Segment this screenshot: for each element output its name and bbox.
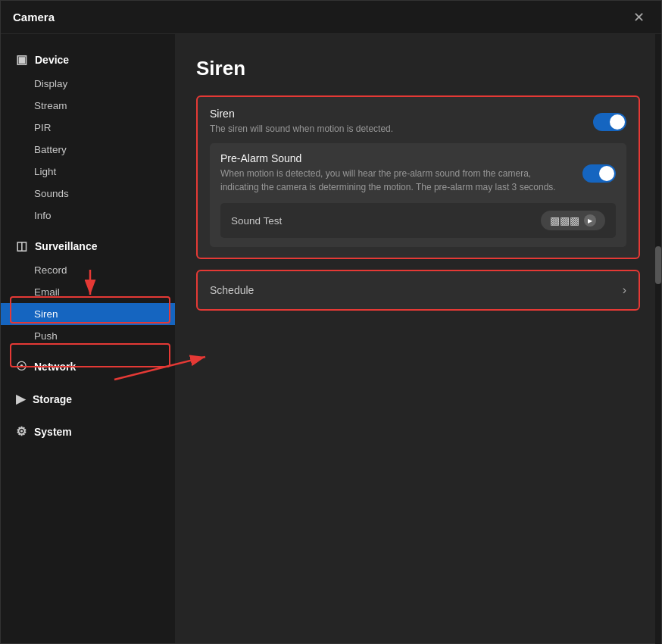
pre-alarm-toggle-slider — [582, 164, 616, 183]
globe-icon: ☉ — [16, 359, 27, 374]
sidebar-section-system: ⚙ System — [1, 418, 175, 445]
sidebar-item-siren[interactable]: Siren — [1, 303, 175, 325]
title-bar: Camera ✕ — [1, 1, 661, 34]
pre-alarm-row: Pre-Alarm Sound When motion is detected,… — [220, 152, 616, 194]
camera-icon: ▣ — [16, 52, 27, 67]
sidebar-section-storage-header[interactable]: ▶ Storage — [1, 386, 175, 412]
camera-window: Camera ✕ ▣ Device Display Stream PIR — [0, 0, 662, 644]
network-section-label: Network — [34, 361, 76, 373]
pre-alarm-card: Pre-Alarm Sound When motion is detected,… — [210, 143, 626, 247]
siren-card-description: The siren will sound when motion is dete… — [210, 122, 393, 136]
sidebar-item-battery[interactable]: Battery — [1, 139, 175, 161]
sound-wave-icon: ▩▩▩ — [550, 214, 579, 227]
pre-alarm-label: Pre-Alarm Sound — [220, 152, 569, 164]
sidebar-section-network: ☉ Network — [1, 353, 175, 380]
system-section-label: System — [34, 426, 72, 438]
chevron-right-icon: › — [623, 283, 626, 297]
schedule-card[interactable]: Schedule › — [196, 270, 640, 311]
sidebar-item-display[interactable]: Display — [1, 73, 175, 95]
sidebar-item-light[interactable]: Light — [1, 161, 175, 183]
gear-icon: ⚙ — [16, 424, 27, 439]
pre-alarm-toggle[interactable] — [582, 164, 616, 183]
sound-test-button[interactable]: ▩▩▩ ▶ — [541, 211, 605, 230]
sidebar-section-surveillance-header[interactable]: ◫ Surveillance — [1, 233, 175, 259]
close-button[interactable]: ✕ — [629, 9, 649, 26]
storage-icon: ▶ — [16, 392, 25, 406]
sidebar-section-surveillance: ◫ Surveillance Record Email Siren Push — [1, 233, 175, 347]
sidebar-item-record[interactable]: Record — [1, 259, 175, 281]
monitor-icon: ◫ — [16, 239, 27, 253]
scrollbar-track — [655, 34, 661, 644]
content-area: Siren Siren The siren will sound when mo… — [175, 34, 661, 643]
siren-toggle[interactable] — [593, 113, 626, 131]
pre-alarm-description: When motion is detected, you will hear t… — [220, 167, 569, 194]
siren-card: Siren The siren will sound when motion i… — [196, 95, 640, 259]
storage-section-label: Storage — [33, 393, 72, 405]
sidebar-section-device-header[interactable]: ▣ Device — [1, 46, 175, 73]
sound-test-row: Sound Test ▩▩▩ ▶ — [220, 203, 616, 238]
schedule-label: Schedule — [210, 284, 254, 296]
sidebar-section-storage: ▶ Storage — [1, 386, 175, 412]
siren-toggle-slider — [593, 113, 626, 131]
sidebar-section-device: ▣ Device Display Stream PIR Battery Ligh… — [1, 46, 175, 227]
main-layout: ▣ Device Display Stream PIR Battery Ligh… — [1, 34, 661, 643]
scrollbar-thumb[interactable] — [655, 246, 661, 284]
surveillance-section-label: Surveillance — [35, 240, 98, 252]
sidebar-section-system-header[interactable]: ⚙ System — [1, 418, 175, 445]
sidebar-item-push[interactable]: Push — [1, 325, 175, 347]
sidebar: ▣ Device Display Stream PIR Battery Ligh… — [1, 34, 175, 643]
siren-card-row: Siren The siren will sound when motion i… — [210, 108, 626, 136]
sound-test-label: Sound Test — [231, 215, 282, 227]
device-section-label: Device — [35, 54, 69, 66]
play-icon: ▶ — [584, 214, 596, 227]
page-title: Siren — [196, 57, 640, 80]
sidebar-item-stream[interactable]: Stream — [1, 95, 175, 117]
sidebar-item-email[interactable]: Email — [1, 281, 175, 303]
siren-card-label: Siren — [210, 108, 393, 120]
sidebar-item-info[interactable]: Info — [1, 205, 175, 227]
siren-card-text: Siren The siren will sound when motion i… — [210, 108, 393, 136]
sidebar-item-pir[interactable]: PIR — [1, 117, 175, 139]
sidebar-section-network-header[interactable]: ☉ Network — [1, 353, 175, 380]
sidebar-item-sounds[interactable]: Sounds — [1, 183, 175, 205]
pre-alarm-text: Pre-Alarm Sound When motion is detected,… — [220, 152, 569, 194]
window-title: Camera — [13, 11, 55, 23]
